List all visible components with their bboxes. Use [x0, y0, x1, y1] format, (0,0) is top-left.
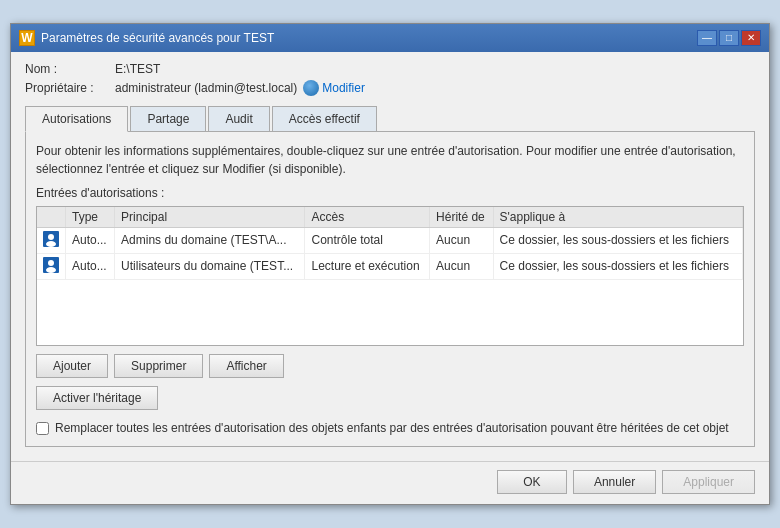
proprietaire-label: Propriétaire :: [25, 81, 115, 95]
heritage-button[interactable]: Activer l'héritage: [36, 386, 158, 410]
close-button[interactable]: ✕: [741, 30, 761, 46]
col-applique: S'applique à: [493, 207, 742, 228]
row1-icon-cell: [37, 227, 66, 253]
bottom-buttons: OK Annuler Appliquer: [11, 461, 769, 504]
minimize-button[interactable]: —: [697, 30, 717, 46]
row1-type: Auto...: [66, 227, 115, 253]
table-header-row: Type Principal Accès Hérité de S'appliqu…: [37, 207, 743, 228]
col-herite: Hérité de: [430, 207, 493, 228]
row1-principal: Admins du domaine (TEST\A...: [115, 227, 305, 253]
row2-applique: Ce dossier, les sous-dossiers et les fic…: [493, 253, 742, 279]
svg-point-1: [48, 234, 54, 240]
checkbox-label: Remplacer toutes les entrées d'autorisat…: [55, 420, 729, 437]
entries-table: Type Principal Accès Hérité de S'appliqu…: [37, 207, 743, 280]
ajouter-button[interactable]: Ajouter: [36, 354, 108, 378]
replace-checkbox[interactable]: [36, 422, 49, 435]
content-area: Nom : E:\TEST Propriétaire : administrat…: [11, 52, 769, 458]
entries-table-container: Type Principal Accès Hérité de S'appliqu…: [36, 206, 744, 346]
tab-audit[interactable]: Audit: [208, 106, 269, 131]
afficher-button[interactable]: Afficher: [209, 354, 283, 378]
modifier-label: Modifier: [322, 81, 365, 95]
tabs-bar: Autorisations Partage Audit Accès effect…: [25, 106, 755, 132]
tab-panel: Pour obtenir les informations supplément…: [25, 132, 755, 448]
heritage-btn-row: Activer l'héritage: [36, 386, 744, 410]
nom-value: E:\TEST: [115, 62, 160, 76]
table-row[interactable]: Auto... Utilisateurs du domaine (TEST...…: [37, 253, 743, 279]
titlebar: W Paramètres de sécurité avancés pour TE…: [11, 24, 769, 52]
window-title: Paramètres de sécurité avancés pour TEST: [41, 31, 274, 45]
row2-principal: Utilisateurs du domaine (TEST...: [115, 253, 305, 279]
entries-label: Entrées d'autorisations :: [36, 186, 744, 200]
col-principal: Principal: [115, 207, 305, 228]
user-group-icon: [43, 257, 59, 273]
row1-herite: Aucun: [430, 227, 493, 253]
row2-type: Auto...: [66, 253, 115, 279]
svg-point-5: [46, 267, 56, 273]
tab-autorisations[interactable]: Autorisations: [25, 106, 128, 132]
titlebar-buttons: — □ ✕: [697, 30, 761, 46]
ok-button[interactable]: OK: [497, 470, 567, 494]
col-icon: [37, 207, 66, 228]
maximize-button[interactable]: □: [719, 30, 739, 46]
appliquer-button[interactable]: Appliquer: [662, 470, 755, 494]
svg-point-2: [46, 241, 56, 247]
window-icon: W: [19, 30, 35, 46]
proprietaire-value: administrateur (ladmin@test.local): [115, 81, 297, 95]
annuler-button[interactable]: Annuler: [573, 470, 656, 494]
proprietaire-row: Propriétaire : administrateur (ladmin@te…: [25, 80, 755, 96]
supprimer-button[interactable]: Supprimer: [114, 354, 203, 378]
globe-icon: [303, 80, 319, 96]
row1-acces: Contrôle total: [305, 227, 430, 253]
tab-acces-effectif[interactable]: Accès effectif: [272, 106, 377, 131]
row2-acces: Lecture et exécution: [305, 253, 430, 279]
nom-label: Nom :: [25, 62, 115, 76]
row2-icon-cell: [37, 253, 66, 279]
main-window: W Paramètres de sécurité avancés pour TE…: [10, 23, 770, 506]
user-group-icon: [43, 231, 59, 247]
nom-row: Nom : E:\TEST: [25, 62, 755, 76]
col-type: Type: [66, 207, 115, 228]
checkbox-row: Remplacer toutes les entrées d'autorisat…: [36, 420, 744, 437]
row2-herite: Aucun: [430, 253, 493, 279]
tab-partage[interactable]: Partage: [130, 106, 206, 131]
svg-point-4: [48, 260, 54, 266]
titlebar-left: W Paramètres de sécurité avancés pour TE…: [19, 30, 274, 46]
col-acces: Accès: [305, 207, 430, 228]
modifier-link[interactable]: Modifier: [303, 80, 365, 96]
action-buttons-row: Ajouter Supprimer Afficher: [36, 354, 744, 378]
row1-applique: Ce dossier, les sous-dossiers et les fic…: [493, 227, 742, 253]
table-row[interactable]: Auto... Admins du domaine (TEST\A... Con…: [37, 227, 743, 253]
panel-description: Pour obtenir les informations supplément…: [36, 142, 744, 178]
